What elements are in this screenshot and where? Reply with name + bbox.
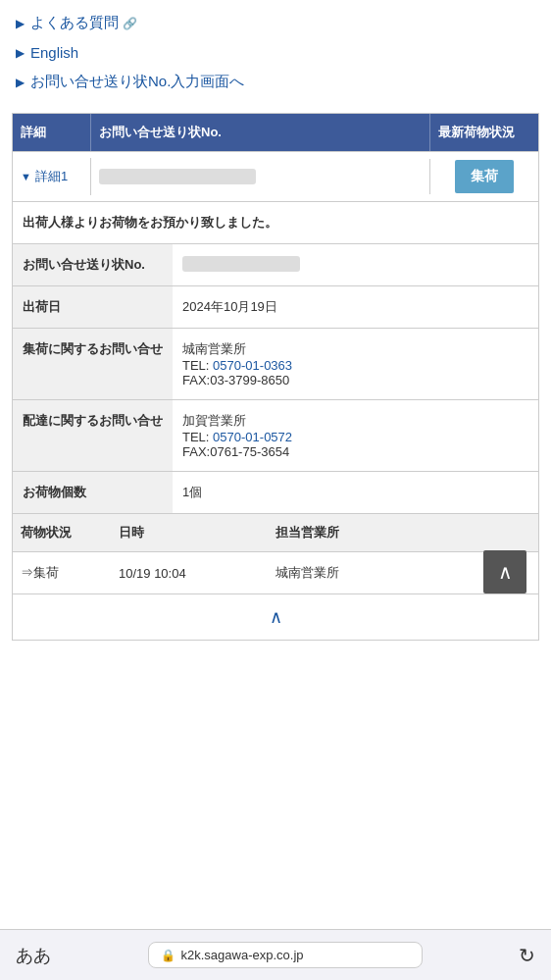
status-cell-datetime: 10/19 10:04 xyxy=(111,552,268,594)
field-value-shipdate: 2024年10月19日 xyxy=(173,286,538,329)
scroll-to-top-button[interactable]: ∧ xyxy=(483,550,526,593)
field-value-tracking xyxy=(173,244,538,286)
info-message: 出荷人様よりお荷物をお預かり致しました。 xyxy=(13,201,538,243)
status-table: 荷物状況 日時 担当営業所 ⇒集荷 10/19 10:04 城南営業所 xyxy=(13,513,538,593)
detail-field-shipdate: 出荷日 2024年10月19日 xyxy=(13,286,538,329)
status-section: 荷物状況 日時 担当営業所 ⇒集荷 10/19 10:04 城南営業所 ∧ xyxy=(13,513,538,593)
status-badge: 集荷 xyxy=(455,160,514,193)
browser-url-bar[interactable]: 🔒 k2k.sagawa-exp.co.jp xyxy=(148,942,423,968)
th-detail: 詳細 xyxy=(13,114,91,151)
detail-row-label: 詳細1 xyxy=(35,168,68,185)
nav-item-faq[interactable]: ▶ よくある質問 🔗 xyxy=(16,8,535,38)
table-header: 詳細 お問い合せ送り状No. 最新荷物状況 xyxy=(13,114,538,151)
nav-english-label: English xyxy=(30,44,78,61)
pickup-tel: TEL: 0570-01-0363 xyxy=(182,358,528,373)
nav-arrow-icon-2: ▶ xyxy=(16,46,25,60)
tracking-no-blur xyxy=(182,256,300,272)
td-detail-label[interactable]: ▼ 詳細1 xyxy=(13,158,91,195)
detail-field-delivery-inquiry: 配達に関するお問い合せ 加賀営業所 TEL: 0570-01-0572 FAX:… xyxy=(13,400,538,472)
lock-icon: 🔒 xyxy=(161,949,175,962)
detail-info-table: お問い合せ送り状No. 出荷日 2024年10月19日 集荷に関するお問い合せ … xyxy=(13,243,538,513)
chevron-up-icon: ∧ xyxy=(270,607,282,627)
field-value-delivery: 加賀営業所 TEL: 0570-01-0572 FAX:0761-75-3654 xyxy=(173,400,538,472)
status-col-header-datetime: 日時 xyxy=(111,514,268,552)
th-status: 最新荷物状況 xyxy=(430,114,538,151)
field-label-delivery: 配達に関するお問い合せ xyxy=(13,400,173,472)
nav-input-label: お問い合せ送り状No.入力画面へ xyxy=(30,73,244,91)
delivery-tel-link[interactable]: 0570-01-0572 xyxy=(209,430,292,444)
table-row: ⇒集荷 10/19 10:04 城南営業所 xyxy=(13,552,538,594)
status-col-header-status: 荷物状況 xyxy=(13,514,111,552)
status-col-header-office: 担当営業所 xyxy=(268,514,538,552)
browser-bar: ああ 🔒 k2k.sagawa-exp.co.jp ↻ xyxy=(0,929,551,980)
tracking-number-blurred xyxy=(99,169,256,184)
delivery-tel: TEL: 0570-01-0572 xyxy=(182,430,528,444)
external-link-icon: 🔗 xyxy=(123,17,137,30)
td-tracking-no-value xyxy=(91,159,430,194)
pickup-fax: FAX:03-3799-8650 xyxy=(182,373,528,387)
detail-field-tracking: お問い合せ送り状No. xyxy=(13,244,538,286)
field-value-pickup: 城南営業所 TEL: 0570-01-0363 FAX:03-3799-8650 xyxy=(173,329,538,400)
nav-links: ▶ よくある質問 🔗 ▶ English ▶ お問い合せ送り状No.入力画面へ xyxy=(0,0,551,97)
detail-field-pickup-inquiry: 集荷に関するお問い合せ 城南営業所 TEL: 0570-01-0363 FAX:… xyxy=(13,329,538,400)
td-status-badge-cell: 集荷 xyxy=(430,152,538,201)
chevron-down-icon: ▼ xyxy=(21,171,31,182)
detail-row: ▼ 詳細1 集荷 xyxy=(13,151,538,201)
field-label-count: お荷物個数 xyxy=(13,472,173,514)
status-table-header-row: 荷物状況 日時 担当営業所 xyxy=(13,514,538,552)
status-cell-status: ⇒集荷 xyxy=(13,552,111,594)
delivery-fax: FAX:0761-75-3654 xyxy=(182,444,528,459)
nav-arrow-icon: ▶ xyxy=(16,17,25,30)
nav-item-input[interactable]: ▶ お問い合せ送り状No.入力画面へ xyxy=(16,67,535,97)
collapse-button[interactable]: ∧ xyxy=(13,593,538,640)
detail-field-package-count: お荷物個数 1個 xyxy=(13,472,538,514)
browser-text-input[interactable]: ああ xyxy=(16,944,51,967)
nav-item-english[interactable]: ▶ English xyxy=(16,38,535,67)
th-tracking-no: お問い合せ送り状No. xyxy=(91,114,430,151)
field-value-count: 1個 xyxy=(173,472,538,514)
delivery-office: 加賀営業所 xyxy=(182,412,528,430)
field-label-tracking: お問い合せ送り状No. xyxy=(13,244,173,286)
pickup-tel-link[interactable]: 0570-01-0363 xyxy=(209,358,292,373)
field-label-pickup: 集荷に関するお問い合せ xyxy=(13,329,173,400)
field-label-shipdate: 出荷日 xyxy=(13,286,173,329)
tracking-container: 詳細 お問い合せ送り状No. 最新荷物状況 ▼ 詳細1 集荷 出荷人様よりお荷物… xyxy=(12,113,539,641)
browser-refresh-button[interactable]: ↻ xyxy=(519,944,535,967)
pickup-office: 城南営業所 xyxy=(182,340,528,358)
browser-url: k2k.sagawa-exp.co.jp xyxy=(181,948,304,962)
nav-arrow-icon-3: ▶ xyxy=(16,76,25,89)
nav-faq-label: よくある質問 xyxy=(30,14,119,32)
